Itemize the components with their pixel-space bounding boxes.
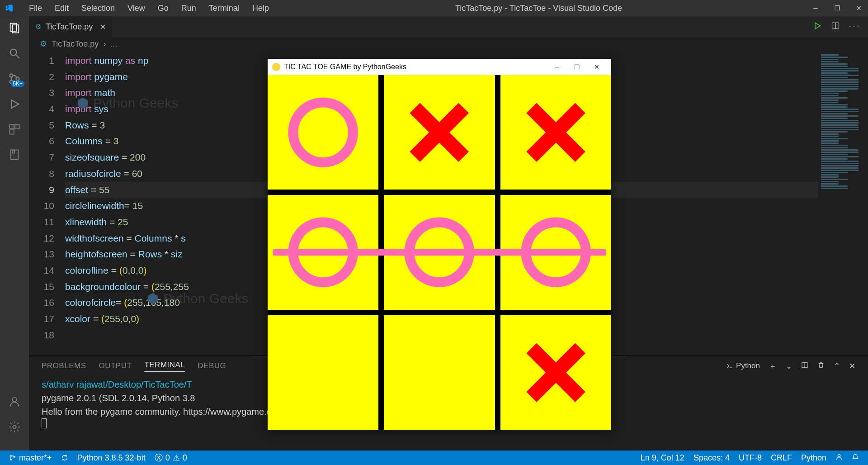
breadcrumb-file: TicTacToe.py [52, 39, 99, 49]
extensions-icon[interactable] [7, 122, 22, 137]
window-title: TicTacToe.py - TicTacToe - Visual Studio… [275, 4, 802, 13]
game-cell-2-0[interactable] [268, 315, 378, 430]
feedback-icon[interactable] [831, 453, 847, 460]
pygame-window: TIC TAC TOE GAME by PythonGeeks ─ ☐ ✕ Py… [268, 59, 611, 430]
run-debug-icon[interactable] [7, 97, 22, 111]
svg-point-4 [10, 74, 13, 77]
game-cell-2-2[interactable] [500, 315, 611, 430]
split-editor-icon[interactable] [831, 21, 840, 32]
svg-rect-12 [12, 150, 14, 153]
panel-tab-terminal[interactable]: TERMINAL [144, 361, 185, 372]
language-mode[interactable]: Python [797, 453, 831, 463]
svg-point-24 [838, 454, 840, 456]
new-terminal-icon[interactable]: ＋ [769, 361, 777, 371]
pygame-close-button[interactable]: ✕ [587, 63, 607, 71]
python-file-icon: ⚙ [35, 23, 41, 31]
python-file-icon: ⚙ [40, 39, 47, 49]
maximize-panel-icon[interactable]: ⌃ [834, 361, 840, 371]
search-icon[interactable] [7, 46, 22, 61]
terminal-dropdown-icon[interactable]: ⌄ [786, 361, 792, 371]
menu-file[interactable]: File [23, 0, 48, 16]
maximize-button[interactable]: ❐ [833, 5, 842, 12]
tab-close-icon[interactable]: ✕ [100, 23, 106, 31]
account-icon[interactable] [7, 394, 22, 409]
svg-point-25 [293, 102, 353, 162]
minimize-button[interactable]: ─ [811, 5, 820, 12]
breadcrumb-tail: ... [110, 39, 117, 49]
minimap[interactable] [818, 51, 868, 356]
status-bar: master*+ Python 3.8.5 32-bit ⓧ0 ⚠0 Ln 9,… [0, 451, 868, 465]
run-file-icon[interactable] [813, 21, 822, 32]
game-cell-2-1[interactable] [384, 315, 495, 430]
title-bar: FileEditSelectionViewGoRunTerminalHelp T… [0, 0, 868, 16]
menu-go[interactable]: Go [151, 0, 175, 16]
notifications-icon[interactable] [847, 453, 863, 460]
svg-rect-8 [10, 125, 14, 129]
pygame-title-text: TIC TAC TOE GAME by PythonGeeks [284, 63, 406, 71]
svg-rect-10 [10, 130, 14, 134]
game-cell-0-1[interactable] [384, 75, 495, 190]
svg-point-21 [10, 456, 12, 457]
svg-point-5 [10, 81, 13, 84]
win-line [273, 249, 606, 256]
editor-tab-bar: ⚙ TicTacToe.py ✕ · · · [29, 16, 868, 37]
svg-point-13 [12, 398, 16, 402]
eol[interactable]: CRLF [766, 453, 797, 463]
pygame-minimize-button[interactable]: ─ [547, 63, 567, 71]
svg-point-22 [10, 459, 12, 460]
indentation[interactable]: Spaces: 4 [689, 453, 734, 463]
menu-terminal[interactable]: Terminal [203, 0, 246, 16]
panel-tab-output[interactable]: OUTPUT [99, 361, 132, 370]
activity-bar [0, 16, 29, 451]
svg-rect-9 [15, 125, 19, 129]
bookmark-icon[interactable] [7, 147, 22, 162]
svg-marker-15 [815, 23, 821, 28]
svg-point-14 [13, 426, 16, 429]
menu-edit[interactable]: Edit [48, 0, 75, 16]
git-branch[interactable]: master*+ [5, 451, 57, 465]
source-control-icon[interactable] [7, 71, 22, 86]
svg-marker-7 [11, 100, 19, 109]
menu-selection[interactable]: Selection [75, 0, 121, 16]
pygame-maximize-button[interactable]: ☐ [567, 63, 587, 71]
settings-gear-icon[interactable] [7, 420, 22, 434]
game-cell-0-0[interactable] [268, 75, 378, 190]
more-actions-icon[interactable]: · · · [849, 23, 859, 31]
vscode-logo-icon [5, 4, 14, 13]
cursor-position[interactable]: Ln 9, Col 12 [636, 453, 689, 463]
encoding[interactable]: UTF-8 [734, 453, 766, 463]
menu-help[interactable]: Help [246, 0, 275, 16]
panel-tab-debug[interactable]: DEBUG [198, 361, 226, 370]
game-board[interactable]: Python Geeks [268, 75, 611, 430]
pygame-app-icon [272, 63, 280, 71]
svg-line-3 [16, 55, 19, 58]
sync-icon[interactable] [57, 451, 73, 465]
interpreter[interactable]: Python 3.8.5 32-bit [73, 451, 150, 465]
game-cell-0-2[interactable] [500, 75, 611, 190]
close-button[interactable]: ✕ [854, 5, 863, 12]
terminal-shell-label[interactable]: Python [726, 361, 760, 370]
explorer-icon[interactable] [7, 21, 22, 35]
svg-point-2 [10, 49, 17, 56]
menu-view[interactable]: View [121, 0, 151, 16]
breadcrumb[interactable]: ⚙ TicTacToe.py › ... [29, 37, 868, 51]
split-terminal-icon[interactable] [801, 361, 808, 371]
tab-filename: TicTacToe.py [46, 22, 93, 32]
menu-run[interactable]: Run [175, 0, 203, 16]
editor-tab[interactable]: ⚙ TicTacToe.py ✕ [29, 16, 113, 37]
svg-point-6 [16, 77, 19, 81]
problems-status[interactable]: ⓧ0 ⚠0 [150, 451, 192, 465]
pygame-title-bar: TIC TAC TOE GAME by PythonGeeks ─ ☐ ✕ [268, 59, 611, 75]
panel-tab-problems[interactable]: PROBLEMS [42, 361, 86, 370]
kill-terminal-icon[interactable] [817, 361, 825, 371]
close-panel-icon[interactable]: ✕ [849, 361, 855, 371]
